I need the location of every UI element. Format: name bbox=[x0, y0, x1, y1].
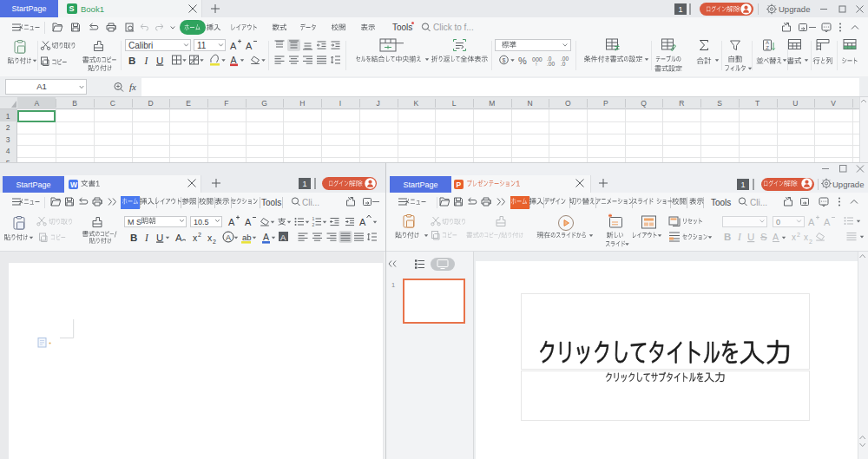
svg-text:U: U bbox=[156, 233, 163, 243]
svg-text:U: U bbox=[156, 56, 163, 66]
svg-text:A: A bbox=[230, 41, 237, 51]
svg-text:2: 2 bbox=[312, 222, 315, 227]
svg-text:I: I bbox=[144, 56, 149, 66]
svg-text:I: I bbox=[144, 233, 149, 243]
svg-text:A: A bbox=[824, 217, 831, 227]
svg-text:x: x bbox=[804, 233, 808, 242]
svg-text:Z: Z bbox=[766, 45, 769, 50]
svg-text:.0: .0 bbox=[561, 61, 566, 67]
svg-text:2: 2 bbox=[809, 239, 812, 245]
svg-text:A: A bbox=[808, 217, 815, 227]
svg-text:$: $ bbox=[503, 57, 506, 63]
svg-text:A: A bbox=[231, 55, 237, 65]
svg-text:B: B bbox=[128, 56, 135, 66]
svg-text:2: 2 bbox=[198, 232, 201, 238]
svg-text:A: A bbox=[359, 217, 366, 227]
svg-text:%: % bbox=[518, 56, 527, 66]
svg-text:000: 000 bbox=[532, 56, 542, 62]
svg-text:2: 2 bbox=[797, 232, 800, 238]
svg-text:x: x bbox=[792, 233, 796, 242]
svg-text:2: 2 bbox=[213, 239, 216, 245]
svg-text:B: B bbox=[724, 232, 731, 242]
svg-text:.00: .00 bbox=[547, 61, 555, 67]
svg-text:A: A bbox=[773, 232, 779, 242]
svg-text:A: A bbox=[175, 233, 182, 243]
svg-text:S: S bbox=[760, 232, 767, 242]
svg-text:A: A bbox=[245, 217, 252, 227]
svg-text:ab: ab bbox=[242, 233, 252, 242]
svg-text:A: A bbox=[263, 232, 269, 242]
svg-text:fx: fx bbox=[129, 82, 136, 92]
svg-text:A: A bbox=[246, 41, 253, 51]
svg-text:A: A bbox=[228, 217, 235, 227]
svg-text:B: B bbox=[130, 233, 137, 243]
svg-text:I: I bbox=[737, 232, 742, 242]
svg-text:A: A bbox=[226, 233, 231, 242]
svg-text:U: U bbox=[747, 232, 754, 242]
svg-text:1: 1 bbox=[312, 216, 315, 221]
svg-text:A: A bbox=[280, 233, 286, 242]
